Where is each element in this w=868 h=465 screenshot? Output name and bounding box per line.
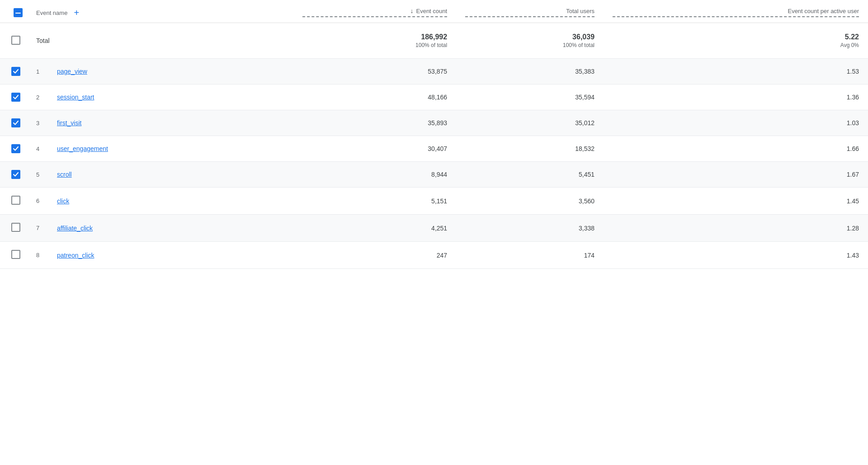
row-checkbox-cell: [0, 136, 27, 162]
total-users-cell: 35,012: [456, 110, 604, 136]
per-user-cell: 1.67: [604, 162, 868, 188]
sort-arrow-icon: ↓: [410, 7, 413, 14]
event-name-cell: 2session_start: [27, 85, 293, 110]
event-name-label: Event name: [36, 9, 67, 16]
row-checkbox-cell: [0, 162, 27, 188]
total-per-user-value: 5.22: [613, 33, 859, 41]
total-users-cell: 18,532: [456, 136, 604, 162]
event-count-label: Event count: [416, 8, 447, 14]
total-users-count: 36,039: [465, 33, 594, 41]
total-row-checkbox[interactable]: [11, 36, 20, 45]
per-user-cell: 1.66: [604, 136, 868, 162]
table-row: 3first_visit35,89335,0121.03: [0, 110, 868, 136]
total-event-count: 186,992 100% of total: [293, 23, 456, 59]
event-name-link[interactable]: first_visit: [57, 119, 81, 127]
total-users-cell: 174: [456, 242, 604, 269]
row-checkbox[interactable]: [11, 144, 20, 153]
row-checkbox[interactable]: [11, 170, 20, 179]
event-count-cell: 30,407: [293, 136, 456, 162]
event-count-cell: 5,151: [293, 188, 456, 215]
event-name-cell: 8patreon_click: [27, 242, 293, 269]
event-count-column-header: ↓ Event count: [293, 0, 456, 23]
row-checkbox[interactable]: [11, 250, 20, 259]
analytics-table-container: Event name + ↓ Event count Total users: [0, 0, 868, 465]
total-users-value-cell: 36,039 100% of total: [456, 23, 604, 59]
per-user-cell: 1.53: [604, 59, 868, 85]
total-users-label: Total users: [566, 8, 594, 14]
event-name-cell: 5scroll: [27, 162, 293, 188]
row-checkbox[interactable]: [11, 67, 20, 76]
row-number: 3: [36, 120, 50, 127]
select-all-checkbox[interactable]: [14, 8, 23, 17]
table-row: 2session_start48,16635,5941.36: [0, 85, 868, 110]
table-row: 7affiliate_click4,2513,3381.28: [0, 215, 868, 242]
total-per-user-sub: Avg 0%: [613, 42, 859, 48]
table-row: 6click5,1513,5601.45: [0, 188, 868, 215]
event-count-cell: 4,251: [293, 215, 456, 242]
row-number: 5: [36, 171, 50, 178]
per-user-cell: 1.28: [604, 215, 868, 242]
total-event-count-sub: 100% of total: [302, 42, 447, 48]
svg-rect-0: [15, 13, 21, 14]
event-name-link[interactable]: session_start: [57, 94, 94, 101]
table-row: 4user_engagement30,40718,5321.66: [0, 136, 868, 162]
total-users-column-header: Total users: [456, 0, 604, 23]
table-row: 1page_view53,87535,3831.53: [0, 59, 868, 85]
table-header-row: Event name + ↓ Event count Total users: [0, 0, 868, 23]
total-users-cell: 3,560: [456, 188, 604, 215]
total-row: Total 186,992 100% of total 36,039 100% …: [0, 23, 868, 59]
event-count-cell: 8,944: [293, 162, 456, 188]
event-name-cell: 7affiliate_click: [27, 215, 293, 242]
table-row: 8patreon_click2471741.43: [0, 242, 868, 269]
row-checkbox[interactable]: [11, 223, 20, 232]
event-count-cell: 247: [293, 242, 456, 269]
events-table: Event name + ↓ Event count Total users: [0, 0, 868, 269]
event-count-cell: 48,166: [293, 85, 456, 110]
event-name-link[interactable]: user_engagement: [57, 145, 108, 152]
total-users-cell: 5,451: [456, 162, 604, 188]
row-number: 6: [36, 197, 50, 204]
row-checkbox-cell: [0, 215, 27, 242]
event-name-link[interactable]: click: [57, 197, 69, 205]
row-checkbox-cell: [0, 242, 27, 269]
row-checkbox-cell: [0, 110, 27, 136]
total-users-cell: 35,383: [456, 59, 604, 85]
event-name-link[interactable]: page_view: [57, 68, 87, 75]
row-number: 4: [36, 146, 50, 152]
event-name-cell: 4user_engagement: [27, 136, 293, 162]
row-number: 2: [36, 94, 50, 101]
event-name-link[interactable]: scroll: [57, 171, 72, 178]
total-checkbox-cell: [0, 23, 27, 59]
event-name-cell: 1page_view: [27, 59, 293, 85]
event-name-link[interactable]: affiliate_click: [57, 225, 93, 232]
row-number: 8: [36, 252, 50, 258]
per-user-cell: 1.43: [604, 242, 868, 269]
total-event-count-value: 186,992: [302, 33, 447, 41]
total-users-sub: 100% of total: [465, 42, 594, 48]
per-user-label: Event count per active user: [788, 8, 859, 14]
total-per-user-cell: 5.22 Avg 0%: [604, 23, 868, 59]
per-user-cell: 1.45: [604, 188, 868, 215]
event-count-cell: 53,875: [293, 59, 456, 85]
event-name-link[interactable]: patreon_click: [57, 252, 94, 259]
total-users-cell: 3,338: [456, 215, 604, 242]
event-name-column-header: Event name +: [27, 0, 293, 23]
row-checkbox[interactable]: [11, 118, 20, 127]
total-label: Total: [27, 23, 293, 59]
per-user-column-header: Event count per active user: [604, 0, 868, 23]
row-checkbox-cell: [0, 188, 27, 215]
row-checkbox-cell: [0, 59, 27, 85]
add-column-button[interactable]: +: [74, 8, 79, 17]
event-count-cell: 35,893: [293, 110, 456, 136]
event-name-cell: 3first_visit: [27, 110, 293, 136]
row-number: 7: [36, 225, 50, 231]
row-checkbox-cell: [0, 85, 27, 110]
table-row: 5scroll8,9445,4511.67: [0, 162, 868, 188]
per-user-cell: 1.36: [604, 85, 868, 110]
header-checkbox-cell: [0, 0, 27, 23]
event-name-cell: 6click: [27, 188, 293, 215]
total-users-cell: 35,594: [456, 85, 604, 110]
per-user-cell: 1.03: [604, 110, 868, 136]
row-checkbox[interactable]: [11, 93, 20, 102]
row-checkbox[interactable]: [11, 196, 20, 205]
